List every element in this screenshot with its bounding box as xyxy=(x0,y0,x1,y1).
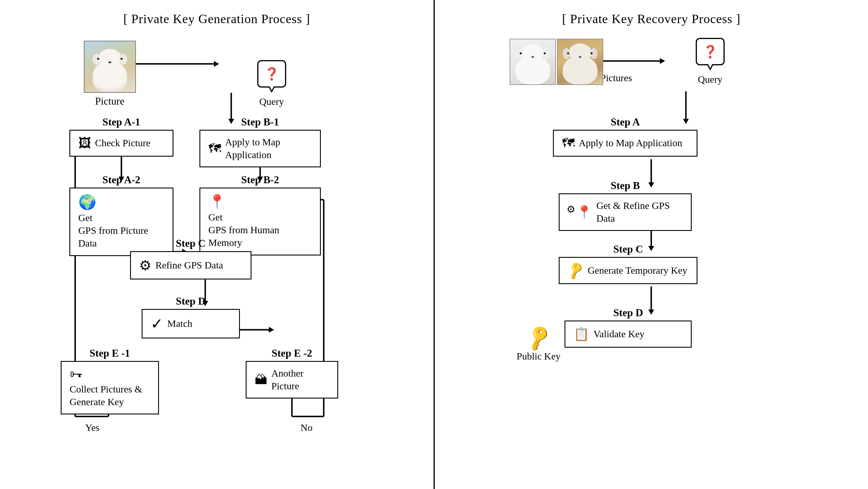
step-b1-text: Apply to Map Application xyxy=(225,136,312,161)
step-c-label: Step C xyxy=(130,237,251,249)
public-key-wrapper: 🔑 Public Key xyxy=(509,327,567,362)
step-b-wrapper: Step B ⚙ 📍 Get & Refine GPS Data xyxy=(559,180,692,231)
step-a-label: Step A xyxy=(553,116,698,128)
gear-pin-icon-b: ⚙ 📍 xyxy=(568,205,592,220)
step-e1-wrapper: Step E -1 🗝 Collect Pictures & Generate … xyxy=(61,347,159,415)
gear-icon-c: ⚙ xyxy=(139,257,151,273)
step-d-right-label: Step D xyxy=(564,307,692,319)
step-a-wrapper: Step A 🗺 Apply to Map Application xyxy=(553,116,698,157)
step-b1-box: 🗺 Apply to Map Application xyxy=(199,130,321,167)
step-e1-label: Step E -1 xyxy=(61,347,159,359)
svg-marker-19 xyxy=(269,327,274,333)
step-e2-text: Another Picture xyxy=(271,367,329,393)
key-icon-e1: 🗝 xyxy=(70,367,82,382)
step-c-text: Refine GPS Data xyxy=(156,259,223,272)
left-top-row: Picture ❓ Query xyxy=(69,41,301,107)
step-d-wrapper: Step D ✓ Match xyxy=(142,295,240,338)
step-d-right-text: Validate Key xyxy=(593,328,645,340)
doc-icon-d: 📋 xyxy=(574,327,589,342)
step-b1-label: Step B-1 xyxy=(199,116,321,128)
step-c-right-text: Generate Temporary Key xyxy=(588,264,687,277)
step-a1-text: Check Picture xyxy=(95,137,151,149)
check-picture-icon: 🖼 xyxy=(78,136,91,151)
step-c-right-wrapper: Step C 🔑 Generate Temporary Key xyxy=(559,243,698,284)
public-key-label: Public Key xyxy=(517,351,560,362)
step-a1-box: 🖼 Check Picture xyxy=(69,130,174,157)
query-label-left: Query xyxy=(259,96,284,107)
query-col-left: ❓ Query xyxy=(243,60,301,107)
picture-label: Picture xyxy=(95,95,125,107)
pictures-pair xyxy=(509,39,603,85)
query-bubble-left: ❓ xyxy=(257,60,286,88)
step-b-text: Get & Refine GPS Data xyxy=(596,200,683,225)
map-icon-a: 🗺 xyxy=(562,136,575,151)
right-top-row: Pictures ❓ Query xyxy=(509,38,725,85)
query-col-right: ❓ Query xyxy=(696,38,725,85)
step-a1-label: Step A-1 xyxy=(69,116,174,128)
step-e2-label: Step E -2 xyxy=(246,347,338,359)
yes-label: Yes xyxy=(85,422,99,433)
step-d-text: Match xyxy=(167,317,192,330)
step-e1-box: 🗝 Collect Pictures & Generate Key xyxy=(61,361,159,415)
map-icon-b1: 🗺 xyxy=(208,141,221,156)
globe-icon-a2: 🌍 xyxy=(78,194,96,210)
step-e2-wrapper: Step E -2 🏔 Another Picture xyxy=(246,347,338,399)
query-label-right: Query xyxy=(698,74,722,85)
step-a-text: Apply to Map Application xyxy=(579,137,682,149)
picture-col: Picture xyxy=(69,41,150,107)
step-b-box: ⚙ 📍 Get & Refine GPS Data xyxy=(559,193,692,231)
step-a2-label: Step A-2 xyxy=(69,174,174,186)
key-icon-orange: 🔑 xyxy=(565,261,586,281)
public-key-icon: 🔑 xyxy=(523,323,554,353)
check-icon-d: ✓ xyxy=(151,315,163,332)
dog-image-2 xyxy=(557,39,603,85)
step-b2-label: Step B-2 xyxy=(199,174,321,186)
pin-icon-b2: 📍 xyxy=(208,194,226,210)
step-b-label: Step B xyxy=(559,180,692,192)
step-e1-text: Collect Pictures & Generate Key xyxy=(70,383,142,408)
step-d-box: ✓ Match xyxy=(142,309,240,338)
dog-image-1 xyxy=(509,39,556,85)
step-c-wrapper: Step C ⚙ Refine GPS Data xyxy=(130,237,251,279)
step-c-right-box: 🔑 Generate Temporary Key xyxy=(559,257,698,284)
step-d-right-box: 📋 Validate Key xyxy=(564,320,692,348)
pictures-label: Pictures xyxy=(600,72,632,84)
no-label: No xyxy=(301,422,313,433)
pic-icon-e2: 🏔 xyxy=(255,372,267,387)
step-d-label: Step D xyxy=(142,295,240,307)
right-title: [ Private Key Recovery Process ] xyxy=(562,11,741,26)
step-a1-wrapper: Step A-1 🖼 Check Picture xyxy=(69,116,174,157)
step-c-right-label: Step C xyxy=(559,243,698,255)
step-a-box: 🗺 Apply to Map Application xyxy=(553,130,698,157)
step-c-box: ⚙ Refine GPS Data xyxy=(130,251,251,279)
step-b1-wrapper: Step B-1 🗺 Apply to Map Application xyxy=(199,116,321,167)
step-e2-box: 🏔 Another Picture xyxy=(246,361,338,399)
picture-image xyxy=(84,41,136,93)
left-panel: [ Private Key Generation Process ] xyxy=(0,0,434,489)
right-panel: [ Private Key Recovery Process ] xyxy=(435,0,868,489)
step-d-right-wrapper: Step D 📋 Validate Key xyxy=(564,307,692,348)
query-bubble-right: ❓ xyxy=(696,38,725,65)
left-title: [ Private Key Generation Process ] xyxy=(123,11,310,26)
